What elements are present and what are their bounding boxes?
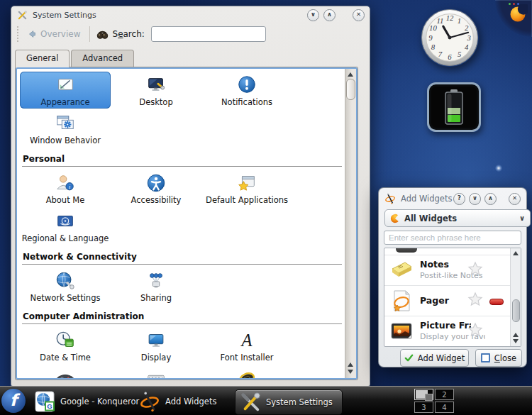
svg-text:12: 12: [446, 13, 454, 22]
task-label: System Settings: [266, 397, 333, 407]
settings-item-font-installer[interactable]: A Font Installer: [201, 327, 292, 364]
plasma-wand-icon: [139, 391, 160, 412]
battery-icon: [427, 82, 481, 132]
favorite-star-icon[interactable]: [467, 260, 484, 277]
settings-item-regional-language[interactable]: Regional & Language: [20, 208, 111, 245]
settings-categories: Appearance Desktop: [17, 69, 345, 378]
close-button[interactable]: ✕: [509, 193, 521, 205]
settings-item-appearance[interactable]: Appearance: [20, 72, 111, 109]
settings-item-desktop[interactable]: Desktop: [111, 72, 201, 109]
system-settings-window: System Settings ∨ ∧ ✕ Overview Search:: [11, 6, 370, 387]
maximize-button[interactable]: ∧: [323, 9, 336, 21]
task-system-settings[interactable]: System Settings: [235, 389, 343, 415]
svg-text:7: 7: [438, 50, 443, 58]
pager-desktop-1[interactable]: 1: [414, 389, 433, 400]
settings-item-label: Sharing: [140, 293, 172, 303]
widget-row-pager[interactable]: Pager: [384, 286, 511, 316]
keyboard-mouse-icon: [145, 368, 167, 378]
binoculars-search-icon: [96, 28, 109, 40]
widget-category-select[interactable]: All Widgets ∨: [384, 209, 531, 227]
plasma-toolbox-cashew[interactable]: [495, 0, 532, 37]
notes-widget-icon: [389, 258, 414, 282]
svg-text:9: 9: [428, 33, 433, 42]
favorite-star-icon[interactable]: [467, 321, 484, 338]
favorite-star-icon[interactable]: [467, 291, 484, 308]
scroll-up-icon[interactable]: [348, 72, 353, 77]
widget-list-scrollbar[interactable]: [510, 248, 521, 346]
settings-item-default-applications[interactable]: Default Applications: [201, 170, 292, 206]
settings-item-keyboard-mouse[interactable]: Keyboard & Mouse: [111, 365, 201, 378]
overview-button[interactable]: Overview: [23, 28, 85, 40]
minimize-button[interactable]: ∨: [469, 193, 481, 205]
battery-widget[interactable]: [427, 82, 481, 132]
svg-text:2: 2: [465, 23, 469, 32]
task-add-widgets[interactable]: Add Widgets: [135, 389, 221, 414]
add-widget-label: Add Widget: [418, 353, 465, 363]
section-header-network: Network & Connectivity: [22, 250, 342, 265]
plasma-crescent-icon: [509, 4, 528, 23]
joystick-icon: [55, 368, 76, 378]
pager-desktop-2[interactable]: 2: [435, 389, 454, 400]
tab-advanced[interactable]: Advanced: [71, 50, 134, 67]
desktop-icon: [145, 74, 167, 96]
scrollbar-thumb[interactable]: [512, 299, 520, 322]
help-button[interactable]: ?: [453, 193, 465, 205]
settings-item-sound[interactable]: Sound: [201, 365, 292, 378]
scroll-down-icon[interactable]: [513, 339, 519, 343]
chevron-down-icon: ∨: [519, 214, 525, 222]
back-arrow-icon: [27, 29, 37, 39]
svg-text:3: 3: [466, 33, 470, 42]
settings-item-accessibility[interactable]: Accessibility: [111, 170, 201, 206]
overview-label: Overview: [40, 29, 81, 39]
toolbar-grip[interactable]: [16, 26, 19, 43]
settings-item-network-settings[interactable]: Network Settings: [20, 267, 111, 304]
settings-item-joystick[interactable]: Joystick: [20, 365, 111, 378]
settings-item-label: Accessibility: [131, 195, 182, 205]
settings-item-window-behavior[interactable]: Window Behavior: [20, 110, 111, 147]
sound-icon: [236, 368, 257, 378]
minimize-button[interactable]: ∨: [307, 9, 319, 21]
font-installer-icon: A: [236, 330, 257, 351]
maximize-button[interactable]: ∧: [484, 193, 497, 205]
remove-running-widget-icon[interactable]: [489, 299, 504, 305]
close-button[interactable]: ✕: [353, 9, 365, 21]
settings-item-notifications[interactable]: Notifications: [201, 72, 292, 109]
widget-row-notes[interactable]: Notes Postit-like Notes: [384, 255, 511, 286]
titlebar[interactable]: System Settings ∨ ∧ ✕: [11, 6, 370, 23]
tab-general[interactable]: General: [15, 50, 70, 67]
settings-item-about-me[interactable]: i About Me: [20, 170, 111, 206]
task-label: Google - Konqueror: [60, 397, 139, 406]
partially-scrolled-widget-row[interactable]: [384, 248, 511, 255]
task-google-konqueror[interactable]: G Google - Konqueror: [30, 389, 143, 414]
section-network-items: Network Settings Sharing: [20, 267, 344, 305]
notifications-icon: [236, 74, 257, 96]
settings-item-label: Default Applications: [206, 195, 288, 205]
toolbar-separator: [89, 26, 90, 42]
scroll-up-icon[interactable]: [513, 251, 519, 255]
add-widget-button[interactable]: Add Widget: [400, 349, 469, 367]
settings-item-date-time[interactable]: Date & Time: [20, 327, 111, 364]
pager-desktop-4[interactable]: 4: [435, 402, 454, 413]
analog-clock-icon: 12 1 2 3 4 5 6 7 8 9 10 11: [421, 9, 479, 67]
scrollbar-thumb[interactable]: [346, 79, 355, 100]
search-input[interactable]: [151, 26, 266, 42]
dialog-titlebar[interactable]: Add Widgets ? ∨ ∧ ✕: [379, 188, 526, 208]
scroll-down-icon[interactable]: [348, 370, 353, 374]
settings-scrollbar[interactable]: [345, 69, 356, 378]
close-dialog-button[interactable]: Close: [475, 349, 522, 367]
window-behavior-icon: [55, 113, 76, 134]
widget-row-picture-frame[interactable]: Picture Frame Display your favorite pict…: [384, 316, 511, 346]
settings-pane: Appearance Desktop: [15, 67, 358, 380]
settings-item-label: Desktop: [139, 97, 172, 107]
plasma-logo-icon: [390, 214, 400, 223]
settings-item-display[interactable]: Display: [111, 327, 201, 364]
fedora-menu-launcher[interactable]: f: [1, 389, 26, 413]
task-label: Add Widgets: [165, 397, 216, 406]
scroll-up-icon[interactable]: [348, 363, 353, 367]
scroll-up-icon[interactable]: [513, 333, 519, 337]
analog-clock-widget[interactable]: 12 1 2 3 4 5 6 7 8 9 10 11: [421, 9, 479, 67]
section-admin-items: Date & Time Display: [20, 326, 344, 378]
pager-desktop-3[interactable]: 3: [414, 402, 433, 413]
settings-item-sharing[interactable]: Sharing: [111, 267, 201, 304]
widget-search-input[interactable]: [384, 231, 521, 245]
